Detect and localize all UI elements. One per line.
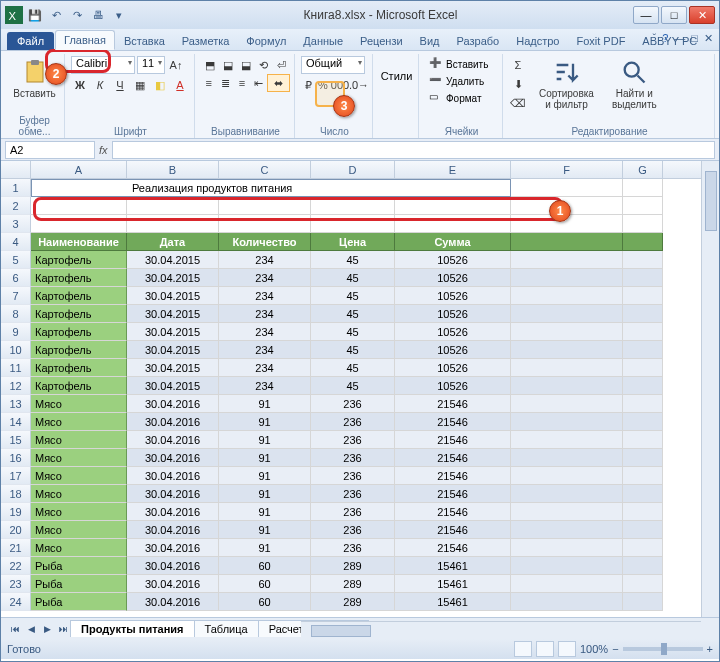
row-header[interactable]: 12 (1, 377, 31, 395)
tab-foxit[interactable]: Foxit PDF (568, 32, 633, 50)
align-middle-icon[interactable]: ⬓ (219, 56, 236, 74)
col-header-E[interactable]: E (395, 161, 511, 178)
cell[interactable]: 10526 (395, 269, 511, 287)
border-button[interactable]: ▦ (131, 76, 149, 94)
formula-bar[interactable] (112, 141, 715, 159)
cell[interactable]: 60 (219, 575, 311, 593)
row-header[interactable]: 21 (1, 539, 31, 557)
cell[interactable] (511, 593, 623, 611)
sheet-tab-0[interactable]: Продукты питания (70, 620, 195, 637)
cell[interactable]: Наименование (31, 233, 127, 251)
cell[interactable] (31, 215, 127, 233)
worksheet-grid[interactable]: A B C D E F G 1234НаименованиеДатаКоличе… (1, 161, 719, 617)
fill-icon[interactable]: ⬇ (509, 75, 527, 93)
cell[interactable] (623, 449, 663, 467)
cell[interactable] (623, 179, 663, 197)
cell[interactable]: 236 (311, 503, 395, 521)
decrease-indent-icon[interactable]: ⇤ (251, 74, 267, 92)
cell[interactable]: 234 (219, 377, 311, 395)
cell[interactable]: 45 (311, 305, 395, 323)
cell[interactable]: 45 (311, 269, 395, 287)
cell[interactable]: 30.04.2016 (127, 467, 219, 485)
row-header[interactable]: 24 (1, 593, 31, 611)
cell[interactable] (395, 197, 511, 215)
cell[interactable]: Картофель (31, 251, 127, 269)
cell[interactable] (511, 269, 623, 287)
row-header[interactable]: 3 (1, 215, 31, 233)
cell[interactable]: 30.04.2016 (127, 431, 219, 449)
cell[interactable] (623, 467, 663, 485)
cell[interactable]: 21546 (395, 431, 511, 449)
cell[interactable]: 30.04.2015 (127, 341, 219, 359)
sheet-nav-next[interactable]: ▶ (39, 621, 55, 637)
row-header[interactable]: 4 (1, 233, 31, 251)
redo-icon[interactable]: ↷ (68, 6, 86, 24)
sheet-nav-prev[interactable]: ◀ (23, 621, 39, 637)
row-header[interactable]: 15 (1, 431, 31, 449)
cell[interactable]: 45 (311, 341, 395, 359)
cell[interactable]: Рыба (31, 593, 127, 611)
cell[interactable]: 234 (219, 251, 311, 269)
cell[interactable] (623, 197, 663, 215)
autosum-icon[interactable]: Σ (509, 56, 527, 74)
merged-title-cell[interactable]: Реализация продуктов питания (31, 179, 511, 197)
cell[interactable] (623, 503, 663, 521)
col-header-G[interactable]: G (623, 161, 663, 178)
cell[interactable]: 30.04.2016 (127, 485, 219, 503)
cell[interactable]: Мясо (31, 431, 127, 449)
tab-formulas[interactable]: Формул (238, 32, 294, 50)
clear-icon[interactable]: ⌫ (509, 94, 527, 112)
delete-cells-button[interactable]: ➖Удалить (425, 73, 498, 89)
cell[interactable]: 30.04.2015 (127, 269, 219, 287)
row-header[interactable]: 16 (1, 449, 31, 467)
row-header[interactable]: 7 (1, 287, 31, 305)
col-header-C[interactable]: C (219, 161, 311, 178)
bold-button[interactable]: Ж (71, 76, 89, 94)
row-header[interactable]: 22 (1, 557, 31, 575)
cell[interactable] (511, 323, 623, 341)
cell[interactable]: 30.04.2016 (127, 503, 219, 521)
cell[interactable] (511, 521, 623, 539)
cell[interactable] (623, 521, 663, 539)
cell[interactable]: 30.04.2016 (127, 593, 219, 611)
align-center-icon[interactable]: ≣ (218, 74, 234, 92)
cell[interactable]: 30.04.2016 (127, 521, 219, 539)
cell[interactable]: Мясо (31, 467, 127, 485)
cell[interactable]: 21546 (395, 503, 511, 521)
cell[interactable] (511, 179, 623, 197)
cell[interactable]: Мясо (31, 539, 127, 557)
cell[interactable] (511, 539, 623, 557)
italic-button[interactable]: К (91, 76, 109, 94)
tab-review[interactable]: Рецензи (352, 32, 411, 50)
cell[interactable]: 10526 (395, 305, 511, 323)
zoom-out-button[interactable]: − (612, 643, 618, 655)
cell[interactable]: 21546 (395, 467, 511, 485)
cell[interactable] (511, 377, 623, 395)
cell[interactable]: 60 (219, 593, 311, 611)
doc-close-icon[interactable]: ✕ (704, 32, 713, 45)
cell[interactable]: Мясо (31, 521, 127, 539)
cell[interactable]: Рыба (31, 557, 127, 575)
number-format-combo[interactable]: Общий (301, 56, 365, 74)
cell[interactable]: 30.04.2015 (127, 323, 219, 341)
cell[interactable]: 45 (311, 359, 395, 377)
align-right-icon[interactable]: ≡ (234, 74, 250, 92)
align-bottom-icon[interactable]: ⬓ (237, 56, 254, 74)
cell[interactable] (127, 197, 219, 215)
tab-data[interactable]: Данные (295, 32, 351, 50)
close-button[interactable]: ✕ (689, 6, 715, 24)
row-header[interactable]: 10 (1, 341, 31, 359)
help-icon[interactable]: ? (662, 32, 668, 45)
view-break-button[interactable] (558, 641, 576, 657)
cell[interactable] (511, 395, 623, 413)
cell[interactable]: 10526 (395, 287, 511, 305)
increase-decimal-icon[interactable]: .0→ (350, 76, 368, 94)
cell[interactable]: 45 (311, 323, 395, 341)
cell[interactable]: Мясо (31, 485, 127, 503)
vertical-scrollbar[interactable] (701, 161, 719, 617)
cell[interactable]: 289 (311, 593, 395, 611)
cell[interactable] (623, 575, 663, 593)
grow-font-icon[interactable]: A↑ (167, 56, 185, 74)
sort-filter-button[interactable]: Сортировка и фильтр (533, 56, 600, 112)
cell[interactable] (511, 287, 623, 305)
